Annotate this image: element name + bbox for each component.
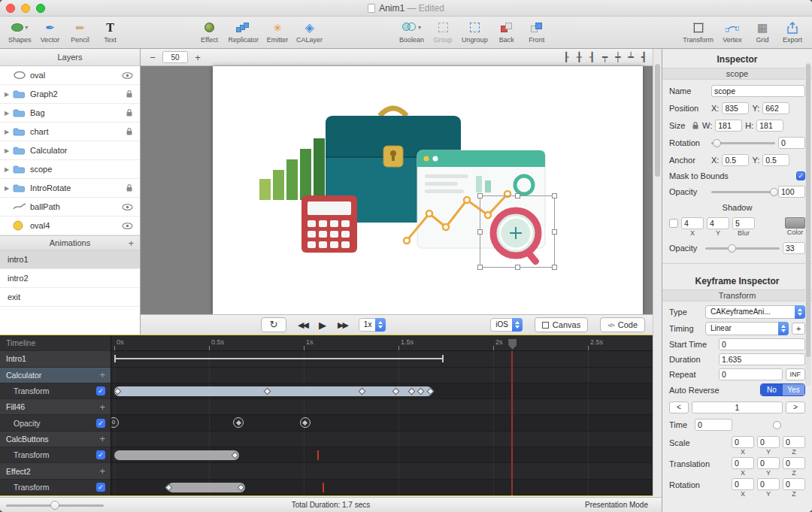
keyframe-point[interactable] bbox=[233, 417, 244, 428]
send-back-button[interactable]: Back bbox=[492, 19, 522, 44]
calayer-button[interactable]: ◈ CALayer bbox=[292, 19, 326, 44]
repeat-field[interactable] bbox=[719, 368, 783, 380]
emitter-button[interactable]: ✳ Emitter bbox=[262, 19, 292, 44]
grid-button[interactable]: ▦ Grid bbox=[747, 19, 777, 44]
scale-z-field[interactable] bbox=[783, 436, 805, 448]
selection-handle[interactable] bbox=[515, 193, 520, 198]
position-y-field[interactable] bbox=[762, 102, 789, 114]
add-property-button[interactable]: + bbox=[99, 466, 105, 476]
start-time-field[interactable] bbox=[719, 338, 805, 350]
add-animation-button[interactable]: + bbox=[128, 238, 134, 248]
timeline-track-effect2[interactable] bbox=[111, 463, 653, 479]
timeline-row-intro1[interactable]: Intro1 bbox=[0, 351, 111, 367]
auto-reverse-no-option[interactable]: No bbox=[761, 384, 783, 395]
duration-field[interactable] bbox=[719, 353, 805, 365]
text-button[interactable]: T Text bbox=[95, 19, 126, 44]
disclosure-triangle-icon[interactable]: ▶ bbox=[5, 91, 13, 98]
selection-handle[interactable] bbox=[477, 193, 483, 198]
scrollbar-thumb[interactable] bbox=[806, 64, 810, 357]
timeline-track-transform[interactable] bbox=[111, 480, 653, 495]
translation-z-field[interactable] bbox=[783, 457, 805, 469]
rotation-field[interactable] bbox=[778, 137, 805, 149]
selection-handle[interactable] bbox=[477, 229, 483, 235]
distribute-icon[interactable]: ┫ bbox=[641, 52, 647, 62]
selection-handle[interactable] bbox=[552, 265, 557, 270]
opacity-field[interactable] bbox=[778, 186, 805, 198]
add-property-button[interactable]: + bbox=[99, 370, 105, 380]
align-right-icon[interactable]: ┨ bbox=[589, 52, 595, 62]
timeline-row-calcbuttons[interactable]: CalcButtons+ bbox=[0, 432, 111, 447]
rotation-slider[interactable] bbox=[711, 138, 775, 149]
name-field[interactable] bbox=[711, 85, 805, 97]
add-property-button[interactable]: + bbox=[99, 402, 105, 412]
scrollbar-thumb[interactable] bbox=[655, 64, 660, 177]
export-button[interactable]: Export bbox=[777, 19, 807, 44]
previous-keyframe-button[interactable]: < bbox=[669, 401, 689, 414]
lock-icon[interactable] bbox=[126, 183, 133, 192]
keyframe-point[interactable]: 0 bbox=[111, 417, 119, 428]
keyframe-point[interactable] bbox=[300, 417, 311, 428]
anchor-x-field[interactable] bbox=[722, 154, 749, 166]
keyframe-bar[interactable] bbox=[114, 450, 239, 460]
layer-row-introrotate[interactable]: ▶ IntroRotate bbox=[0, 179, 140, 198]
align-left-icon[interactable]: ┠ bbox=[563, 52, 568, 62]
translation-y-field[interactable] bbox=[757, 457, 780, 469]
shadow-checkbox[interactable] bbox=[669, 219, 678, 228]
layer-row-chart[interactable]: ▶ chart bbox=[0, 123, 140, 141]
size-w-field[interactable] bbox=[715, 120, 742, 132]
rotation-x-field[interactable] bbox=[732, 478, 754, 490]
add-property-button[interactable]: + bbox=[99, 434, 105, 444]
align-bottom-icon[interactable]: ┷ bbox=[629, 52, 634, 62]
disclosure-triangle-icon[interactable]: ▶ bbox=[5, 110, 13, 117]
zoom-out-button[interactable]: − bbox=[147, 52, 159, 63]
animation-type-dropdown[interactable]: CAKeyframeAni... bbox=[705, 305, 805, 319]
eye-icon[interactable] bbox=[122, 223, 133, 229]
layer-row-bag[interactable]: ▶ Bag bbox=[0, 104, 140, 123]
enable-checkbox[interactable]: ✓ bbox=[96, 386, 105, 395]
eye-icon[interactable] bbox=[122, 204, 133, 211]
shadow-color-swatch[interactable] bbox=[785, 217, 805, 229]
size-h-field[interactable] bbox=[756, 120, 783, 132]
keyframe-marker-red[interactable] bbox=[317, 450, 319, 460]
vertex-button[interactable]: Vertex bbox=[717, 19, 747, 44]
next-keyframe-button[interactable]: > bbox=[786, 401, 805, 414]
disclosure-triangle-icon[interactable]: ▶ bbox=[5, 185, 13, 192]
timeline-row-opacity[interactable]: Opacity✓ bbox=[0, 415, 111, 431]
animation-row-intro2[interactable]: intro2 bbox=[0, 269, 140, 288]
timeline-track-calculator[interactable] bbox=[111, 368, 653, 383]
selection-handle[interactable] bbox=[552, 229, 557, 235]
position-x-field[interactable] bbox=[722, 102, 749, 114]
fast-forward-button[interactable]: ▶▶ bbox=[338, 320, 347, 330]
zoom-value-field[interactable] bbox=[162, 51, 188, 63]
repeat-infinite-button[interactable]: INF bbox=[786, 368, 806, 380]
playback-speed-dropdown[interactable]: 1x bbox=[359, 318, 386, 332]
loop-button[interactable]: ↻ bbox=[261, 317, 286, 332]
pencil-button[interactable]: ✏ Pencil bbox=[65, 19, 95, 44]
anchor-y-field[interactable] bbox=[762, 154, 789, 166]
ungroup-button[interactable]: Ungroup bbox=[458, 19, 492, 44]
shadow-x-field[interactable] bbox=[681, 217, 704, 229]
timeline-row-transform-1[interactable]: Transform✓ bbox=[0, 383, 111, 399]
opacity-slider[interactable] bbox=[711, 186, 775, 198]
keyframe-record-radio[interactable] bbox=[773, 421, 781, 429]
layer-row-scope[interactable]: ▶ scope bbox=[0, 160, 140, 179]
code-mode-button[interactable]: </>Code bbox=[600, 317, 645, 332]
mask-to-bounds-checkbox[interactable]: ✓ bbox=[796, 171, 805, 180]
shadow-blur-field[interactable] bbox=[732, 217, 755, 229]
transform-button[interactable]: Transform bbox=[679, 19, 717, 44]
shadow-opacity-slider[interactable] bbox=[705, 243, 780, 254]
group-button[interactable]: Group bbox=[428, 19, 458, 44]
shapes-button[interactable]: ▾ Shapes bbox=[5, 19, 35, 44]
translation-x-field[interactable] bbox=[732, 457, 754, 469]
disclosure-triangle-icon[interactable]: ▶ bbox=[5, 147, 13, 154]
shadow-opacity-field[interactable] bbox=[783, 242, 805, 254]
canvas[interactable] bbox=[213, 66, 643, 314]
timeline-track-opacity[interactable]: 0 bbox=[111, 415, 653, 431]
effect-button[interactable]: Effect bbox=[195, 19, 225, 44]
rotation-y-field[interactable] bbox=[757, 478, 780, 490]
timeline-track-intro1[interactable] bbox=[111, 351, 653, 367]
replicator-button[interactable]: Replicator bbox=[225, 19, 263, 44]
animation-row-exit[interactable]: exit bbox=[0, 288, 140, 307]
keyframe-time-field[interactable] bbox=[695, 419, 732, 431]
selection-handle[interactable] bbox=[477, 265, 483, 270]
